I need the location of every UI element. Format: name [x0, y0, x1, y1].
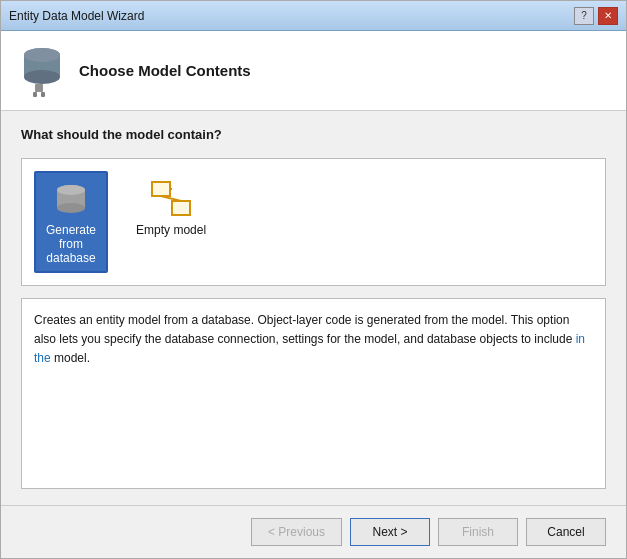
finish-button[interactable]: Finish: [438, 518, 518, 546]
svg-point-10: [57, 185, 85, 195]
header-title: Choose Model Contents: [79, 62, 251, 79]
close-button[interactable]: ✕: [598, 7, 618, 25]
next-button[interactable]: Next >: [350, 518, 430, 546]
description-link-text: in the: [34, 332, 585, 365]
header-area: Choose Model Contents: [1, 31, 626, 111]
cancel-button[interactable]: Cancel: [526, 518, 606, 546]
empty-model-icon: [151, 179, 191, 219]
option-empty-model[interactable]: Empty model: [124, 171, 218, 245]
title-bar: Entity Data Model Wizard ? ✕: [1, 1, 626, 31]
svg-rect-4: [35, 84, 43, 92]
options-box: Generatefromdatabase Empty model: [21, 158, 606, 286]
window-title: Entity Data Model Wizard: [9, 9, 144, 23]
wizard-icon: [17, 43, 67, 98]
svg-rect-12: [172, 201, 190, 215]
option-empty-label: Empty model: [136, 223, 206, 237]
svg-rect-5: [33, 92, 37, 97]
svg-point-3: [24, 48, 60, 62]
section-label: What should the model contain?: [21, 127, 606, 142]
option-generate-label: Generatefromdatabase: [46, 223, 96, 265]
option-generate-from-db[interactable]: Generatefromdatabase: [34, 171, 108, 273]
previous-button[interactable]: < Previous: [251, 518, 342, 546]
help-button[interactable]: ?: [574, 7, 594, 25]
svg-point-9: [57, 203, 85, 213]
content-area: What should the model contain? Generatef…: [1, 111, 626, 505]
header-icon: [17, 43, 67, 98]
description-box: Creates an entity model from a database.…: [21, 298, 606, 489]
description-text: Creates an entity model from a database.…: [34, 313, 585, 365]
svg-point-2: [24, 70, 60, 84]
footer: < Previous Next > Finish Cancel: [1, 505, 626, 558]
wizard-window: Entity Data Model Wizard ? ✕ Choose Mode…: [0, 0, 627, 559]
svg-rect-11: [152, 182, 170, 196]
database-icon: [51, 179, 91, 219]
svg-rect-6: [41, 92, 45, 97]
title-controls: ? ✕: [574, 7, 618, 25]
